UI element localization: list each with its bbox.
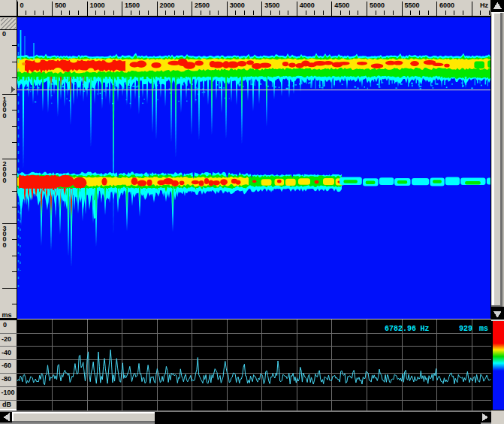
svg-text:ms: ms xyxy=(479,325,488,333)
svg-text:5500: 5500 xyxy=(405,2,420,9)
svg-text:-100: -100 xyxy=(2,389,15,396)
svg-text:0: 0 xyxy=(20,2,23,9)
svg-text:4000: 4000 xyxy=(300,2,315,9)
svg-text:4500: 4500 xyxy=(334,2,349,9)
svg-text:-80: -80 xyxy=(2,375,11,383)
svg-text:3500: 3500 xyxy=(264,2,279,9)
svg-text:1500: 1500 xyxy=(125,2,140,9)
svg-text:0: 0 xyxy=(3,321,7,329)
svg-text:6000: 6000 xyxy=(439,2,454,9)
svg-text:Hz: Hz xyxy=(421,325,430,333)
svg-text:0: 0 xyxy=(3,177,7,184)
svg-text:5000: 5000 xyxy=(370,2,385,9)
svg-text:500: 500 xyxy=(55,2,66,9)
svg-text:dB: dB xyxy=(2,401,11,408)
svg-text:0: 0 xyxy=(2,30,6,38)
svg-text:1000: 1000 xyxy=(90,2,105,9)
svg-text:2500: 2500 xyxy=(195,2,210,9)
svg-text:Hz: Hz xyxy=(480,2,488,9)
svg-text:929: 929 xyxy=(459,325,472,333)
svg-text:-20: -20 xyxy=(2,335,11,343)
svg-text:3000: 3000 xyxy=(230,2,245,9)
svg-text:6782.96: 6782.96 xyxy=(385,325,416,333)
svg-text:-60: -60 xyxy=(2,362,11,369)
svg-text:0: 0 xyxy=(3,241,7,249)
svg-text:ms: ms xyxy=(2,311,12,319)
svg-text:2000: 2000 xyxy=(160,2,175,9)
svg-text:0: 0 xyxy=(3,112,7,120)
svg-text:-40: -40 xyxy=(2,349,11,356)
